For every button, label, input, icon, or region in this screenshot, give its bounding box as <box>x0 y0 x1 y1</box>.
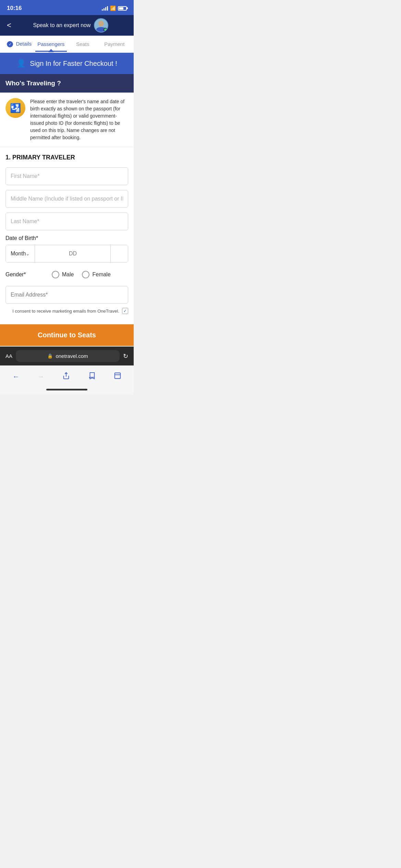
male-radio[interactable] <box>52 271 59 278</box>
online-indicator <box>104 28 107 32</box>
day-input[interactable] <box>35 245 111 262</box>
home-bar <box>46 389 87 390</box>
passport-icon-wrapper: 🛂 <box>5 98 25 118</box>
status-time: 10:16 <box>7 5 22 12</box>
expert-text: Speak to an expert now <box>33 22 90 28</box>
tabs-button[interactable] <box>109 371 126 383</box>
check-icon: ✓ <box>123 309 127 313</box>
info-box: 🛂 Please enter the traveler's name and d… <box>0 93 134 147</box>
form-container: 1. PRIMARY TRAVELER Date of Birth* Month… <box>0 147 134 324</box>
tab-details-label: Details <box>16 41 32 47</box>
bottom-nav: ← → <box>0 365 134 386</box>
male-label: Male <box>62 272 74 278</box>
gender-female-option[interactable]: Female <box>82 271 110 278</box>
female-label: Female <box>92 272 110 278</box>
user-icon: 👤 <box>16 59 26 68</box>
check-icon: ✓ <box>7 41 13 47</box>
continue-label: Continue to Seats <box>38 331 96 339</box>
svg-rect-1 <box>114 373 120 379</box>
url-text: onetravel.com <box>56 353 88 359</box>
year-input[interactable] <box>111 245 128 262</box>
signal-icon <box>102 6 108 11</box>
tab-bar: ✓ Details Passengers Seats Payment <box>0 36 134 53</box>
tab-seats-label: Seats <box>76 41 89 47</box>
battery-icon <box>118 6 127 11</box>
tab-passengers-label: Passengers <box>37 41 64 47</box>
middle-name-input[interactable] <box>5 190 128 208</box>
gender-label: Gender* <box>5 272 26 278</box>
month-text: Month <box>11 251 26 257</box>
browser-bar: AA 🔒 onetravel.com ↻ <box>0 347 134 365</box>
header-nav: < Speak to an expert now <box>0 15 134 36</box>
url-bar[interactable]: 🔒 onetravel.com <box>16 350 120 362</box>
section-title: Who's Traveling ? <box>5 80 61 87</box>
continue-button[interactable]: Continue to Seats <box>0 324 134 346</box>
last-name-input[interactable] <box>5 213 128 230</box>
share-button[interactable] <box>58 371 75 383</box>
gender-row: Gender* Male Female <box>5 269 128 280</box>
browser-forward-button[interactable]: → <box>33 371 49 382</box>
status-bar: 10:16 📶 <box>0 0 134 15</box>
female-radio[interactable] <box>82 271 89 278</box>
lock-icon: 🔒 <box>47 353 53 359</box>
tab-payment-label: Payment <box>104 41 124 47</box>
email-input[interactable] <box>5 286 128 304</box>
signin-banner[interactable]: 👤 Sign In for Faster Checkout ! <box>0 53 134 74</box>
browser-back-button[interactable]: ← <box>8 371 24 382</box>
wifi-icon: 📶 <box>110 5 116 11</box>
info-text: Please enter the traveler's name and dat… <box>30 98 128 141</box>
section-header: Who's Traveling ? <box>0 74 134 93</box>
traveler-title: 1. PRIMARY TRAVELER <box>5 154 128 161</box>
first-name-input[interactable] <box>5 167 128 185</box>
month-dropdown[interactable]: Month ⌄ <box>6 245 35 262</box>
chevron-down-icon: ⌄ <box>26 251 30 256</box>
gender-male-option[interactable]: Male <box>52 271 74 278</box>
signin-text: Sign In for Faster Checkout ! <box>30 60 117 68</box>
dob-label: Date of Birth* <box>5 235 128 241</box>
gender-options: Male Female <box>34 271 128 278</box>
tab-seats[interactable]: Seats <box>67 36 99 52</box>
tab-passengers[interactable]: Passengers <box>35 36 67 52</box>
passport-icon: 🛂 <box>10 103 21 113</box>
consent-text: I consent to receive marketing emails fr… <box>12 309 119 314</box>
avatar[interactable] <box>94 18 108 33</box>
dob-row: Month ⌄ <box>5 245 128 263</box>
expert-section[interactable]: Speak to an expert now <box>15 18 127 33</box>
back-button[interactable]: < <box>7 21 11 30</box>
bookmarks-button[interactable] <box>83 371 100 383</box>
status-icons: 📶 <box>102 5 127 11</box>
consent-row: I consent to receive marketing emails fr… <box>5 308 128 317</box>
home-indicator <box>0 386 134 395</box>
tab-payment[interactable]: Payment <box>99 36 131 52</box>
consent-checkbox[interactable]: ✓ <box>122 308 128 314</box>
aa-text[interactable]: AA <box>5 353 12 359</box>
refresh-button[interactable]: ↻ <box>123 352 128 360</box>
tab-details[interactable]: ✓ Details <box>3 36 35 52</box>
